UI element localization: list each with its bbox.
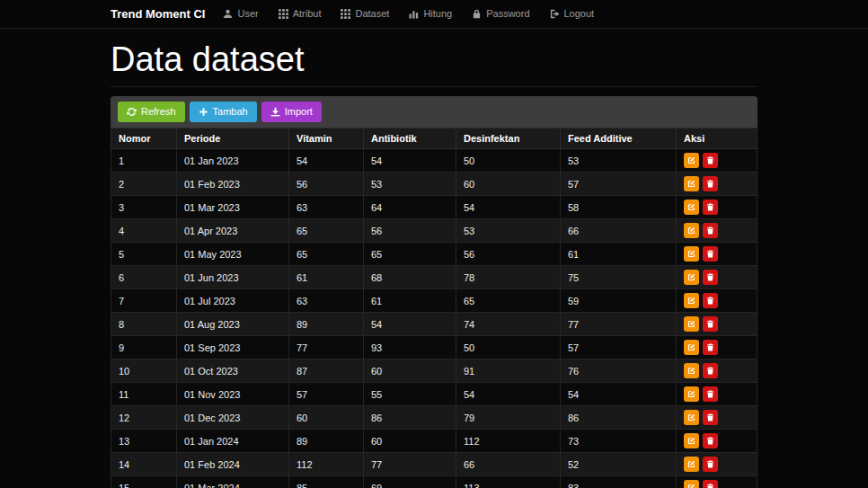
import-button[interactable]: Import	[261, 102, 322, 122]
edit-button[interactable]	[684, 340, 699, 355]
row-actions	[684, 153, 749, 168]
row-actions	[684, 176, 749, 191]
table-cell: 01 Aug 2023	[177, 313, 289, 336]
column-header-nomor: Nomor	[111, 129, 177, 149]
edit-icon	[687, 413, 695, 421]
edit-button[interactable]	[684, 270, 699, 285]
table-cell: 86	[364, 406, 456, 430]
table-cell: 53	[561, 149, 677, 173]
edit-button[interactable]	[684, 386, 699, 402]
row-actions	[684, 340, 749, 355]
edit-button[interactable]	[684, 433, 699, 448]
delete-button[interactable]	[703, 153, 718, 168]
row-actions	[684, 200, 749, 215]
table-cell: 60	[456, 173, 561, 196]
toolbar: RefreshTambahImport	[111, 96, 757, 128]
delete-button[interactable]	[703, 223, 718, 238]
edit-button[interactable]	[684, 153, 699, 168]
lock-icon	[472, 9, 482, 19]
refresh-button[interactable]: Refresh	[118, 102, 185, 122]
table-cell: 85	[289, 476, 364, 488]
table-cell: 01 Jul 2023	[177, 289, 289, 313]
delete-button[interactable]	[703, 386, 718, 402]
table-row: 501 May 202365655661	[111, 243, 757, 266]
nav-item-user: User	[223, 6, 258, 22]
nav-link-dataset[interactable]: Dataset	[341, 8, 389, 19]
table-cell: 74	[456, 313, 561, 336]
table-cell: 54	[456, 383, 561, 406]
table-cell: 58	[561, 196, 677, 219]
row-actions	[684, 363, 749, 378]
edit-icon	[687, 320, 695, 328]
table-row: 401 Apr 202365565366	[111, 219, 757, 243]
table-cell: 113	[456, 476, 561, 488]
table-cell: 61	[289, 266, 364, 289]
table-cell: 63	[289, 196, 364, 219]
edit-button[interactable]	[684, 363, 699, 378]
delete-button[interactable]	[703, 433, 718, 448]
table-cell: 77	[561, 313, 677, 336]
edit-icon	[687, 343, 695, 351]
nav-link-hitung[interactable]: Hitung	[409, 8, 452, 19]
delete-button[interactable]	[703, 316, 718, 332]
table-cell: 65	[289, 243, 364, 266]
nav-link-logout[interactable]: Logout	[550, 8, 595, 19]
delete-button[interactable]	[703, 246, 718, 262]
table-cell: 01 Dec 2023	[177, 406, 289, 430]
tambah-button[interactable]: Tambah	[190, 102, 257, 122]
import-icon	[270, 107, 280, 117]
table-row: 1001 Oct 202387609176	[111, 359, 757, 383]
table-cell: 61	[561, 243, 677, 266]
table-row: 901 Sep 202377935057	[111, 336, 757, 359]
table-cell: 54	[289, 149, 364, 173]
table-cell: 3	[111, 196, 177, 219]
nav-link-atribut[interactable]: Atribut	[279, 8, 322, 19]
page-title: Data dataset	[111, 41, 757, 87]
nav-label: Hitung	[423, 8, 452, 19]
edit-icon	[687, 297, 695, 305]
table-cell: 54	[364, 313, 456, 336]
nav-item-dataset: Dataset	[341, 6, 389, 22]
delete-button[interactable]	[703, 363, 718, 378]
delete-button[interactable]	[703, 480, 718, 488]
delete-button[interactable]	[703, 176, 718, 191]
table-row: 701 Jul 202363616559	[111, 289, 757, 313]
refresh-button-label: Refresh	[141, 106, 176, 118]
table-cell: 55	[364, 383, 456, 406]
edit-button[interactable]	[684, 410, 699, 425]
table-cell: 13	[111, 430, 177, 453]
row-actions	[684, 246, 749, 262]
nav-item-logout: Logout	[550, 6, 595, 22]
delete-button[interactable]	[703, 270, 718, 285]
nav-link-user[interactable]: User	[223, 8, 258, 19]
table-row: 301 Mar 202363645458	[111, 196, 757, 219]
edit-icon	[687, 180, 695, 188]
edit-button[interactable]	[684, 293, 699, 308]
edit-button[interactable]	[684, 223, 699, 238]
table-cell: 50	[456, 149, 561, 173]
table-cell: 112	[456, 430, 561, 453]
table-cell: 60	[364, 430, 456, 453]
edit-button[interactable]	[684, 200, 699, 215]
edit-button[interactable]	[684, 176, 699, 191]
table-cell: 87	[289, 359, 364, 383]
brand-link[interactable]: Trend Moment CI	[111, 7, 205, 21]
table-row: 1401 Feb 2024112776652	[111, 453, 757, 476]
table-cell: 57	[561, 173, 677, 196]
edit-button[interactable]	[684, 480, 699, 488]
edit-button[interactable]	[684, 246, 699, 262]
edit-button[interactable]	[684, 457, 699, 472]
row-actions	[684, 293, 749, 308]
delete-button[interactable]	[703, 200, 718, 215]
table-cell: 01 Jun 2023	[177, 266, 289, 289]
dataset-panel: RefreshTambahImport NomorPeriodeVitaminA…	[111, 96, 757, 488]
table-cell-actions	[677, 149, 757, 173]
delete-button[interactable]	[703, 340, 718, 355]
delete-button[interactable]	[703, 410, 718, 425]
nav-link-password[interactable]: Password	[472, 8, 529, 19]
trash-icon	[706, 460, 714, 468]
delete-button[interactable]	[703, 293, 718, 308]
edit-button[interactable]	[684, 316, 699, 332]
row-actions	[684, 223, 749, 238]
delete-button[interactable]	[703, 457, 718, 472]
